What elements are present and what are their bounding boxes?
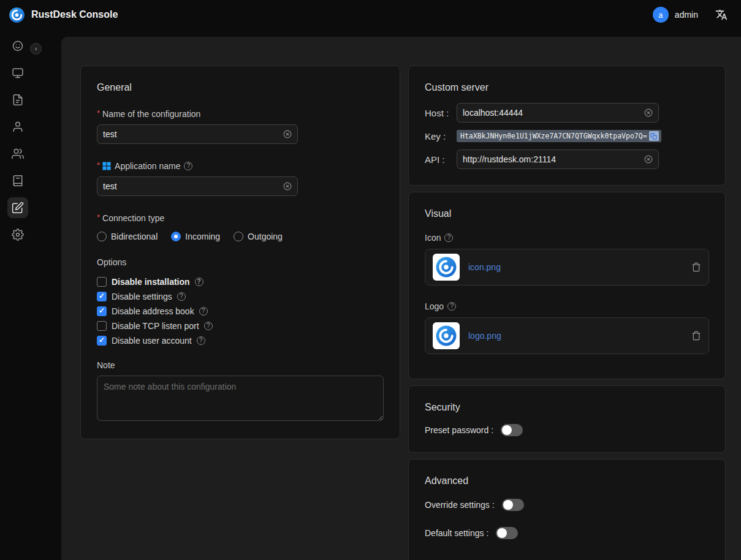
options-group: Disable installation ? Disable settings …: [97, 277, 384, 346]
sidebar-item-devices[interactable]: [7, 62, 28, 83]
default-settings-label: Default settings :: [425, 528, 488, 538]
gear-icon: [12, 229, 24, 241]
radio-icon: [171, 232, 181, 241]
trash-icon[interactable]: [691, 331, 701, 341]
config-name-input[interactable]: [103, 129, 279, 139]
help-icon[interactable]: ?: [184, 162, 192, 170]
smiley-icon: [12, 40, 24, 52]
checkbox-disable-installation[interactable]: Disable installation ?: [97, 277, 384, 287]
app-title: RustDesk Console: [31, 9, 118, 20]
api-input[interactable]: [463, 154, 640, 164]
username[interactable]: admin: [675, 10, 698, 20]
visual-card: Visual Icon ?: [408, 192, 726, 379]
logo-label: Logo: [425, 301, 444, 311]
checkbox-disable-tcp-listen-port[interactable]: Disable TCP listen port ?: [97, 321, 384, 331]
help-icon[interactable]: ?: [204, 322, 213, 330]
key-value: HtaXBkJNHyn0e1U1jWXze7A7CN7QTGWqxk0tpaVp…: [460, 132, 647, 140]
note-label: Note: [97, 360, 384, 370]
sidebar-item-audit[interactable]: [7, 89, 28, 110]
checkbox-icon: [97, 321, 107, 331]
app-name-label: Application name: [115, 161, 180, 171]
checkbox-icon: [97, 277, 107, 287]
api-label: API :: [425, 154, 457, 165]
radio-icon: [234, 232, 243, 241]
main-content: General * Name of the configuration *: [36, 29, 741, 560]
default-settings-toggle[interactable]: [496, 527, 518, 539]
checkbox-disable-user-account[interactable]: Disable user account ?: [97, 336, 384, 346]
help-icon[interactable]: ?: [195, 278, 203, 286]
help-icon[interactable]: ?: [199, 307, 208, 316]
clear-icon[interactable]: [644, 155, 653, 164]
document-icon: [12, 94, 24, 106]
help-icon[interactable]: ?: [177, 292, 186, 301]
book-icon: [12, 175, 24, 187]
sidebar: [0, 29, 36, 560]
security-title: Security: [425, 402, 709, 413]
visual-title: Visual: [425, 208, 709, 219]
host-label: Host :: [425, 108, 457, 118]
trash-icon[interactable]: [691, 262, 701, 272]
connection-type-label: Connection type: [102, 213, 164, 223]
general-card: General * Name of the configuration *: [80, 66, 400, 439]
preset-password-toggle[interactable]: [501, 424, 523, 436]
config-name-input-box: [97, 124, 298, 144]
required-marker: *: [97, 108, 100, 118]
sidebar-item-groups[interactable]: [7, 143, 28, 164]
app-name-input-box: [97, 176, 298, 196]
sidebar-expand-button[interactable]: ›: [30, 43, 42, 55]
sidebar-item-overview[interactable]: [7, 36, 28, 56]
required-marker: *: [97, 213, 100, 222]
radio-bidirectional[interactable]: Bidirectional: [97, 232, 158, 241]
checkbox-icon: [97, 306, 107, 316]
radio-label: Incoming: [185, 232, 220, 241]
radio-incoming[interactable]: Incoming: [171, 232, 220, 241]
sidebar-item-custom-clients[interactable]: [7, 197, 28, 218]
required-marker: *: [97, 161, 100, 170]
sidebar-item-settings[interactable]: [7, 224, 28, 245]
note-textarea[interactable]: [97, 376, 384, 421]
checkbox-icon: [97, 292, 107, 301]
clear-icon[interactable]: [283, 130, 292, 138]
checkbox-label: Disable address book: [112, 306, 194, 316]
key-value-box: HtaXBkJNHyn0e1U1jWXze7A7CN7QTGWqxk0tpaVp…: [457, 130, 661, 142]
override-settings-label: Override settings :: [425, 500, 495, 510]
icon-file-box: icon.png: [425, 249, 709, 286]
clear-icon[interactable]: [283, 182, 292, 191]
sidebar-item-address-books[interactable]: [7, 170, 28, 191]
help-icon[interactable]: ?: [447, 302, 456, 311]
copy-icon[interactable]: [649, 131, 659, 141]
logo-file-link[interactable]: logo.png: [468, 331, 501, 341]
radio-label: Bidirectional: [111, 232, 158, 241]
radio-label: Outgoing: [248, 232, 283, 241]
api-input-box: [457, 149, 659, 169]
general-title: General: [97, 82, 384, 93]
language-icon[interactable]: [713, 6, 730, 23]
rustdesk-logo-icon: [9, 7, 25, 23]
monitor-icon: [12, 67, 24, 79]
users-icon: [12, 148, 24, 160]
sidebar-item-users[interactable]: [7, 116, 28, 137]
windows-icon: [102, 162, 111, 170]
help-icon[interactable]: ?: [444, 233, 453, 242]
app-header: RustDesk Console a admin: [0, 0, 741, 29]
radio-outgoing[interactable]: Outgoing: [234, 232, 283, 241]
advanced-card: Advanced Override settings : Default set…: [408, 459, 726, 560]
host-input-box: [457, 103, 659, 123]
security-card: Security Preset password :: [408, 385, 726, 453]
icon-label: Icon: [425, 233, 441, 243]
override-settings-toggle[interactable]: [502, 499, 524, 511]
clear-icon[interactable]: [644, 108, 653, 117]
checkbox-disable-settings[interactable]: Disable settings ?: [97, 292, 384, 301]
custom-server-title: Custom server: [425, 82, 709, 93]
checkbox-label: Disable TCP listen port: [112, 321, 199, 331]
checkbox-icon: [97, 336, 107, 346]
icon-file-link[interactable]: icon.png: [468, 262, 501, 272]
icon-preview: [433, 254, 460, 281]
host-input[interactable]: [463, 108, 640, 118]
name-field-label: Name of the configuration: [102, 109, 200, 119]
user-avatar[interactable]: a: [653, 7, 669, 23]
app-name-input[interactable]: [103, 181, 279, 191]
help-icon[interactable]: ?: [197, 336, 205, 345]
checkbox-disable-address-book[interactable]: Disable address book ?: [97, 306, 384, 316]
checkbox-label: Disable user account: [112, 336, 192, 346]
